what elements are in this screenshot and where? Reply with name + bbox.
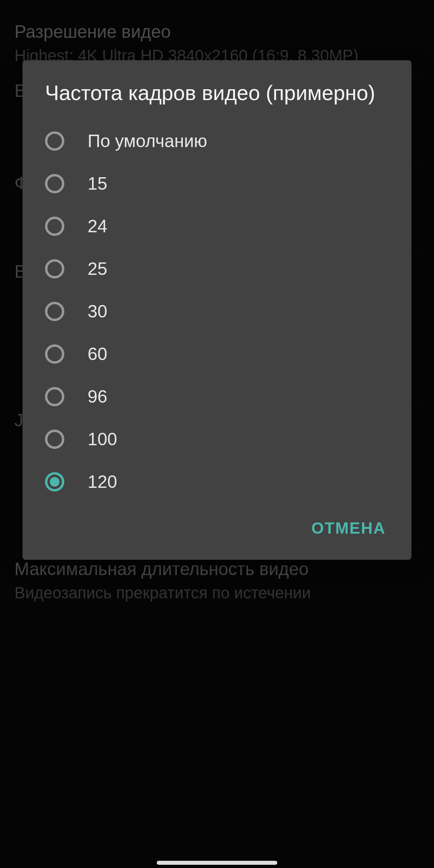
radio-label: 96 (88, 387, 107, 407)
radio-icon (45, 259, 64, 278)
radio-option[interactable]: 15 (23, 162, 411, 205)
radio-icon (45, 217, 64, 236)
radio-option[interactable]: 60 (23, 333, 411, 375)
radio-label: По умолчанию (88, 131, 207, 151)
radio-option[interactable]: По умолчанию (23, 120, 411, 162)
navigation-bar-handle[interactable] (157, 861, 277, 865)
radio-option[interactable]: 96 (23, 375, 411, 418)
radio-label: 120 (88, 472, 117, 492)
radio-label: 30 (88, 301, 107, 321)
radio-icon (45, 174, 64, 193)
radio-icon (45, 131, 64, 151)
dialog-actions: ОТМЕНА (23, 503, 411, 550)
radio-option[interactable]: 24 (23, 205, 411, 248)
dialog-title: Частота кадров видео (примерно) (23, 80, 411, 120)
radio-option[interactable]: 100 (23, 418, 411, 461)
radio-icon (45, 387, 64, 406)
frame-rate-dialog: Частота кадров видео (примерно) По умолч… (23, 60, 411, 560)
radio-icon (45, 430, 64, 449)
radio-icon (45, 344, 64, 364)
radio-icon (45, 472, 64, 491)
radio-option-list: По умолчанию152425306096100120 (23, 120, 411, 503)
radio-label: 25 (88, 259, 107, 279)
radio-label: 100 (88, 429, 117, 449)
radio-label: 15 (88, 174, 107, 194)
radio-icon (45, 302, 64, 321)
radio-option[interactable]: 25 (23, 248, 411, 290)
radio-option[interactable]: 30 (23, 290, 411, 333)
radio-label: 60 (88, 344, 107, 364)
radio-label: 24 (88, 216, 107, 236)
radio-option[interactable]: 120 (23, 461, 411, 503)
cancel-button[interactable]: ОТМЕНА (302, 513, 395, 544)
